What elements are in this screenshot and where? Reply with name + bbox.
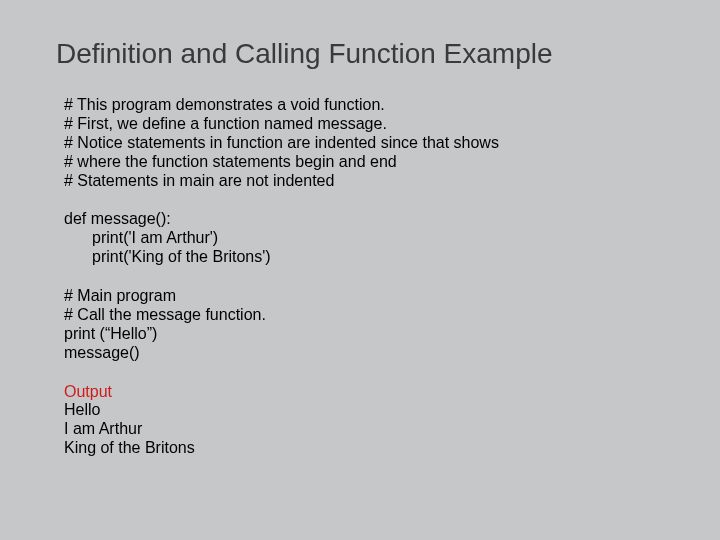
comment-line: # Call the message function.: [64, 306, 692, 325]
main-stmt-line: message(): [64, 344, 692, 363]
output-block: Output Hello I am Arthur King of the Bri…: [64, 383, 692, 459]
comment-line: # where the function statements begin an…: [64, 153, 692, 172]
slide: Definition and Calling Function Example …: [0, 0, 720, 540]
comment-block: # This program demonstrates a void funct…: [64, 96, 692, 190]
output-line: King of the Britons: [64, 439, 692, 458]
def-line: def message():: [64, 210, 692, 229]
func-body-line: print('King of the Britons'): [92, 248, 692, 267]
function-def-block: def message(): print('I am Arthur') prin…: [64, 210, 692, 267]
slide-title: Definition and Calling Function Example: [56, 38, 692, 70]
comment-line: # This program demonstrates a void funct…: [64, 96, 692, 115]
comment-line: # First, we define a function named mess…: [64, 115, 692, 134]
comment-line: # Main program: [64, 287, 692, 306]
output-label: Output: [64, 383, 692, 402]
comment-line: # Statements in main are not indented: [64, 172, 692, 191]
output-line: Hello: [64, 401, 692, 420]
main-stmt-line: print (“Hello”): [64, 325, 692, 344]
func-body-line: print('I am Arthur'): [92, 229, 692, 248]
comment-line: # Notice statements in function are inde…: [64, 134, 692, 153]
output-line: I am Arthur: [64, 420, 692, 439]
main-block: # Main program # Call the message functi…: [64, 287, 692, 363]
